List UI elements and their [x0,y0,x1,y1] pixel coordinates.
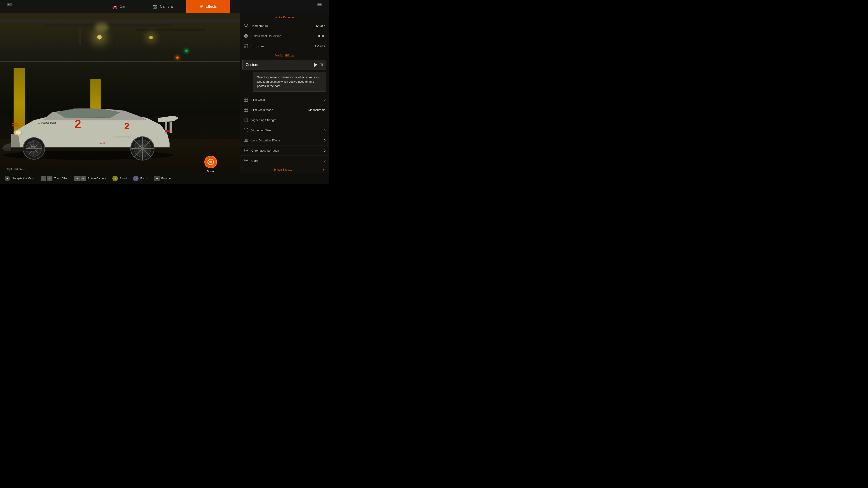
svg-line-72 [244,159,245,160]
preset-selector[interactable]: Custom ⊞ [242,60,327,70]
film-grain-mode-label: Film Grain Mode [251,108,308,111]
tab-effects-label: Effects [206,4,217,8]
preset-tooltip: Select a pre-set combination of effects.… [253,72,327,92]
lens-distortion-icon [243,138,249,143]
rotate-control: R ◎ Rotate Camera [74,176,106,181]
chromatic-aberration-icon [243,148,249,153]
effects-icon: ☀ [200,4,204,9]
screen-effect-collapse-arrow[interactable]: ▼ [322,168,326,172]
ceiling-light-2 [149,36,153,39]
navigate-control: ⊕ Navigate the Menu [4,176,35,181]
chromatic-aberration-row[interactable]: Chromatic Aberration 0 [240,145,329,156]
svg-point-29 [245,25,247,27]
preset-container: Custom ⊞ Select a pre-set combination of… [240,60,329,70]
svg-point-24 [16,131,21,134]
svg-line-73 [247,162,248,162]
vignetting-size-label: Vignetting Size [251,129,324,132]
vignetting-strength-row[interactable]: Vignetting Strength 0 [240,115,329,125]
traffic-light-green [185,50,188,52]
navigate-stick-icon: ⊕ [4,176,10,181]
svg-point-39 [245,35,247,37]
temperature-row[interactable]: Temperature 6500 K [240,21,329,31]
lamp-glow [95,23,108,32]
temperature-label: Temperature [251,24,316,28]
svg-line-36 [247,24,248,25]
camera-icon: 📷 [153,4,158,9]
film-grain-mode-icon [243,107,249,112]
colour-cast-value: 0.000 [318,34,326,38]
glare-value: 0 [324,159,326,162]
triangle-button-icon: △ [112,176,118,181]
lens-distortion-label: Lens Distortion Effects [251,139,324,142]
shoot-circle-inner [208,159,214,165]
preset-name: Custom [246,63,312,67]
glare-icon [243,158,249,163]
vignetting-size-icon [243,127,249,133]
svg-rect-46 [244,100,246,101]
film-grain-label: Film Grain [251,98,324,101]
svg-rect-28 [12,149,35,151]
film-grain-mode-row[interactable]: Film Grain Mode Monochrome [240,105,329,115]
tab-effects[interactable]: ☀ Effects [186,0,230,13]
svg-rect-49 [246,108,248,109]
tab-camera[interactable]: 📷 Camera [139,0,186,13]
r1-button[interactable]: R1 [317,3,322,6]
svg-point-67 [245,160,247,161]
effects-settings-group: Film Grain 0 Film Grain Mode Monochrome [240,95,329,166]
shoot-bottom-label: Shoot [120,177,127,180]
vignetting-strength-icon [243,117,249,123]
vignetting-size-row[interactable]: Vignetting Size 0 [240,125,329,135]
svg-line-35 [247,27,248,27]
white-balance-header: White Balance [240,13,329,21]
top-navigation: L1 🚗 Car 📷 Camera ☀ Effects R1 [0,0,329,13]
vignetting-strength-label: Vignetting Strength [251,119,324,122]
exposure-row[interactable]: Exposure EV +0.2 [240,41,329,51]
svg-text:2: 2 [74,118,81,131]
svg-rect-50 [244,110,246,111]
shoot-control: △ Shoot [112,176,127,181]
r-analog-icon: ◎ [81,176,86,181]
svg-text:2: 2 [124,121,129,131]
lens-distortion-row[interactable]: Lens Distortion Effects 0 [240,135,329,145]
screen-effect-title: Screen Effect 1 [243,168,322,171]
ceiling-light-1 [97,35,102,39]
right-panel: White Balance Temperature 6500 K [240,0,329,184]
exposure-label: Exposure [251,44,315,48]
svg-point-38 [244,34,248,37]
car-scene: BRIDGESTONE BRIDGESTONE 2 2 Mercedes-Ben… [0,0,240,184]
film-grain-mode-value: Monochrome [308,108,326,111]
svg-rect-48 [244,108,246,109]
panel-content: White Balance Temperature 6500 K [240,0,329,184]
pipe-vertical-1 [79,27,81,45]
colour-cast-row[interactable]: Colour Cast Correction 0.000 [240,31,329,41]
vignetting-size-value: 0 [324,129,326,132]
film-grain-row[interactable]: Film Grain 0 [240,95,329,105]
rotate-buttons: R ◎ [74,176,86,181]
zoom-buttons: L ◎ [41,176,53,181]
tab-camera-label: Camera [160,4,173,8]
car-representation: BRIDGESTONE BRIDGESTONE 2 2 Mercedes-Ben… [0,89,197,162]
svg-rect-26 [12,123,19,124]
chromatic-aberration-value: 0 [324,149,326,152]
l-analog-icon: ◎ [47,176,53,181]
preset-grid-icon: ⊞ [320,62,323,67]
svg-rect-51 [246,110,248,111]
shoot-circle-button[interactable] [204,156,217,168]
svg-text:Mercedes-Benz: Mercedes-Benz [113,135,138,139]
square-button-icon: □ [133,176,138,181]
temperature-icon [243,23,249,29]
svg-rect-53 [245,119,247,121]
l-trigger-icon: L [41,176,46,181]
l1-button[interactable]: L1 [7,3,12,6]
lens-distortion-value: 0 [324,139,326,142]
svg-rect-45 [246,98,248,99]
tab-car[interactable]: 🚗 Car [99,0,139,13]
svg-line-34 [244,24,245,25]
shoot-button-container: Shoot [204,156,217,173]
svg-point-66 [245,150,247,151]
svg-rect-62 [244,139,248,141]
car-icon: 🚗 [112,4,117,9]
focus-control: □ Focus [133,176,148,181]
glare-row[interactable]: Glare 0 [240,156,329,166]
svg-line-74 [247,159,248,160]
